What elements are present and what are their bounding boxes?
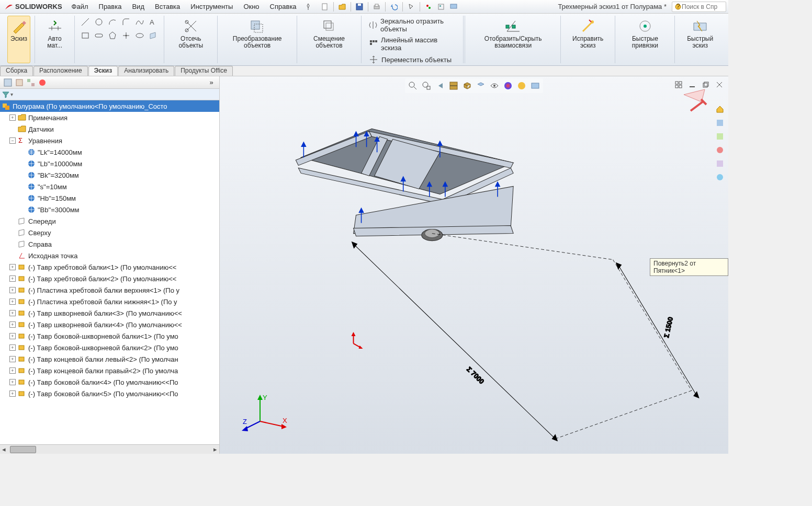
- offset-button[interactable]: Смещение объектов: [301, 16, 357, 63]
- zoom-area-icon[interactable]: [420, 79, 433, 92]
- help-search[interactable]: ?: [672, 2, 726, 12]
- tree-root-node[interactable]: Полурама (По умолчанию<По умолчанию_Сост…: [0, 100, 219, 112]
- menu-tools[interactable]: Инструменты: [185, 1, 238, 13]
- sketch-button[interactable]: Эскиз: [7, 16, 30, 63]
- save-icon[interactable]: [354, 1, 365, 13]
- plane-icon[interactable]: [147, 29, 160, 42]
- tree-origin[interactable]: Исходная точка: [0, 250, 219, 261]
- open-icon[interactable]: [336, 1, 348, 13]
- move-button[interactable]: Переместить объекты: [366, 53, 455, 66]
- ellipse-icon[interactable]: [133, 29, 146, 42]
- prev-view-icon[interactable]: [434, 79, 446, 92]
- tree-part-item[interactable]: +(-) Тавр хребтовой балки<2> (По умолчан…: [0, 273, 219, 284]
- rect-icon[interactable]: [79, 29, 92, 42]
- tree-eq-item[interactable]: "Bb"=3000мм: [0, 204, 219, 215]
- circle-icon[interactable]: [93, 16, 105, 28]
- point-icon[interactable]: [120, 29, 132, 42]
- menu-window[interactable]: Окно: [238, 1, 264, 13]
- side-btn-6-icon[interactable]: [714, 171, 726, 183]
- menu-help[interactable]: Справка: [265, 1, 302, 13]
- linear-pattern-button[interactable]: Линейный массив эскиза: [366, 34, 458, 53]
- rapid-sketch-button[interactable]: Быстрый эскиз: [679, 16, 721, 63]
- mirror-button[interactable]: Зеркально отразить объекты: [366, 16, 458, 34]
- rebuild-icon[interactable]: [423, 1, 434, 13]
- tree-plane-right[interactable]: Справа: [0, 238, 219, 250]
- menu-file[interactable]: Файл: [66, 1, 94, 13]
- tree-eq-item[interactable]: "Bk"=3200мм: [0, 169, 219, 181]
- tree-part-item[interactable]: +(-) Пластина хребтовой балки верхняя<1>…: [0, 284, 219, 296]
- tree-scrollbar[interactable]: ◂▸: [0, 444, 219, 454]
- tree-eq-item[interactable]: "Lb"=10000мм: [0, 158, 219, 169]
- new-icon[interactable]: [319, 1, 331, 13]
- tree-eq-item[interactable]: "Hb"=150мм: [0, 192, 219, 204]
- tab-assembly[interactable]: Сборка: [0, 66, 33, 76]
- tree-part-item[interactable]: +(-) Тавр концевой балки правый<2> (По у…: [0, 365, 219, 376]
- section-view-icon[interactable]: [447, 79, 460, 92]
- spline-icon[interactable]: [133, 16, 146, 28]
- show-hide-relations-button[interactable]: Отобразить/Скрыть взаимосвязи: [470, 16, 556, 63]
- tree-part-item[interactable]: +(-) Тавр хребтовой балки<1> (По умолчан…: [0, 261, 219, 273]
- options-icon[interactable]: [435, 1, 447, 13]
- menu-insert[interactable]: Вставка: [150, 1, 185, 13]
- tree-eq-item[interactable]: "Lk"=14000мм: [0, 146, 219, 158]
- side-btn-2-icon[interactable]: [714, 117, 726, 129]
- tree-tab-config-icon[interactable]: [25, 77, 37, 88]
- quick-snaps-button[interactable]: Быстрые привязки: [619, 16, 670, 63]
- tree-part-item[interactable]: +(-) Тавр шкворневой балки<4> (По умолча…: [0, 319, 219, 330]
- smartdim-button[interactable]: Авто мат...: [39, 16, 70, 63]
- text-icon[interactable]: A: [147, 16, 160, 28]
- arc-icon[interactable]: [106, 16, 119, 28]
- search-input[interactable]: [682, 3, 724, 10]
- graphics-viewport[interactable]: Σ 7000 Σ 1500: [220, 76, 728, 454]
- menu-pin-icon[interactable]: [302, 1, 314, 13]
- zoom-fit-icon[interactable]: [407, 79, 419, 92]
- tree-tab-display-icon[interactable]: [37, 77, 48, 88]
- tree-part-item[interactable]: +(-) Тавр концевой балки левый<2> (По ум…: [0, 353, 219, 365]
- display-style-icon[interactable]: [475, 79, 487, 92]
- menu-view[interactable]: Вид: [127, 1, 150, 13]
- side-btn-3-icon[interactable]: [714, 130, 726, 143]
- tree-part-item[interactable]: +(-) Пластина хребтовой балки нижняя<1> …: [0, 296, 219, 307]
- tree-part-item[interactable]: +(-) Тавр боковой балки<4> (По умолчанию…: [0, 376, 219, 388]
- tree-part-item[interactable]: +(-) Тавр боковой балки<5> (По умолчанию…: [0, 388, 219, 399]
- home-view-icon[interactable]: [714, 103, 726, 116]
- appearance-icon[interactable]: [502, 79, 514, 92]
- tab-layout[interactable]: Расположение: [33, 66, 88, 76]
- tree-plane-front[interactable]: Спереди: [0, 215, 219, 227]
- view-orientation-icon[interactable]: [461, 79, 473, 92]
- convert-button[interactable]: Преобразование объектов: [222, 16, 292, 63]
- feature-tree[interactable]: Полурама (По умолчанию<По умолчанию_Сост…: [0, 100, 219, 444]
- side-btn-5-icon[interactable]: [714, 157, 726, 170]
- print-icon[interactable]: [371, 1, 382, 13]
- tree-tab-property-icon[interactable]: [14, 77, 25, 88]
- fillet-icon[interactable]: [120, 16, 132, 28]
- menu-edit[interactable]: Правка: [94, 1, 127, 13]
- tab-office[interactable]: Продукты Office: [175, 66, 233, 76]
- tree-part-item[interactable]: +(-) Тавр боковой-шкворневой балки<1> (П…: [0, 330, 219, 342]
- tree-collapse-icon[interactable]: »: [206, 77, 217, 88]
- tree-sensors[interactable]: Датчики: [0, 123, 219, 135]
- tree-equations[interactable]: −ΣУравнения: [0, 135, 219, 146]
- tree-tab-feature-icon[interactable]: [2, 77, 14, 88]
- line-icon[interactable]: [79, 16, 92, 28]
- slot-icon[interactable]: [93, 29, 105, 42]
- settings-icon[interactable]: [448, 1, 459, 13]
- side-btn-4-icon[interactable]: [714, 144, 726, 156]
- tree-filter[interactable]: ▾: [0, 89, 219, 100]
- repair-sketch-button[interactable]: Исправить эскиз: [565, 16, 611, 63]
- close-icon[interactable]: [713, 78, 726, 91]
- tab-evaluate[interactable]: Анализировать: [118, 66, 174, 76]
- tree-annotations[interactable]: +Примечания: [0, 112, 219, 123]
- hide-show-icon[interactable]: [488, 79, 501, 92]
- tree-part-item[interactable]: +(-) Тавр шкворневой балки<3> (По умолча…: [0, 307, 219, 319]
- tab-sketch[interactable]: Эскиз: [88, 66, 118, 76]
- select-icon[interactable]: [405, 1, 417, 13]
- undo-icon[interactable]: [388, 1, 400, 13]
- scene-icon[interactable]: [515, 79, 528, 92]
- view-settings-icon[interactable]: [529, 79, 542, 92]
- polygon-icon[interactable]: [106, 29, 119, 42]
- coordinate-triad[interactable]: Y X Z: [242, 393, 289, 436]
- view-compass[interactable]: [681, 87, 713, 120]
- tree-part-item[interactable]: +(-) Тавр боковой-шкворневой балки<2> (П…: [0, 342, 219, 353]
- trim-button[interactable]: Отсечь объекты: [168, 16, 213, 63]
